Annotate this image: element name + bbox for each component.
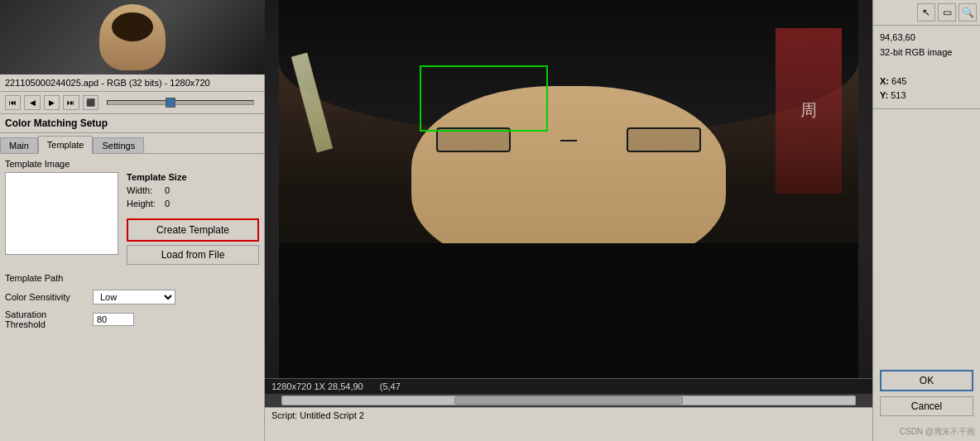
- load-from-file-button[interactable]: Load from File: [127, 245, 259, 265]
- tab-template[interactable]: Template: [38, 136, 94, 154]
- saturation-row: Saturation Threshold: [5, 309, 259, 329]
- x-coord: X: 645: [880, 74, 973, 89]
- section-title: Color Matching Setup: [0, 114, 264, 133]
- play-btn[interactable]: ▶: [44, 95, 60, 110]
- eyes-area: [420, 127, 718, 152]
- bottom-bar: [265, 423, 872, 441]
- template-image-label: Template Image: [5, 159, 259, 169]
- file-info: 221105000244025.apd - RGB (32 bits) - 12…: [0, 74, 264, 92]
- create-template-button[interactable]: Create Template: [127, 218, 259, 242]
- background-banner: 周: [776, 28, 842, 194]
- clothing: [279, 243, 858, 379]
- glasses-left: [436, 127, 511, 152]
- video-area: 周: [265, 0, 872, 378]
- rect-tool-btn[interactable]: ▭: [938, 3, 956, 22]
- tab-main[interactable]: Main: [0, 137, 38, 153]
- right-panel: ↖ ▭ 🔍 94,63,60 32-bit RGB image X: 645 Y…: [872, 0, 980, 441]
- template-path-label: Template Path: [5, 273, 259, 283]
- main-area: 周 1280x720 1X 28,54,90 (5,47 Script: Unt…: [265, 0, 872, 441]
- tab-settings[interactable]: Settings: [93, 137, 144, 153]
- pixel-value: 94,63,60: [880, 31, 973, 46]
- video-status-bar: 1280x720 1X 28,54,90 (5,47: [265, 378, 872, 394]
- video-thumbnail: [0, 0, 265, 74]
- color-sensitivity-row: Color Sensitivity Low Medium High: [5, 290, 259, 304]
- width-label: Width:: [127, 185, 160, 195]
- right-toolbar: ↖ ▭ 🔍: [873, 0, 980, 26]
- cancel-button[interactable]: Cancel: [880, 396, 973, 416]
- face-skin: [411, 86, 726, 268]
- template-path-section: Template Path: [5, 273, 259, 283]
- tabs-row: Main Template Settings: [0, 133, 264, 154]
- left-panel: 221105000244025.apd - RGB (32 bits) - 12…: [0, 0, 265, 441]
- playback-slider[interactable]: [107, 100, 254, 105]
- cursor-tool-btn[interactable]: ↖: [917, 3, 935, 22]
- face-thumb: [99, 4, 166, 70]
- video-coords: (5,47: [380, 381, 401, 391]
- y-coord: Y: 513: [880, 89, 973, 103]
- scrollbar-thumb[interactable]: [454, 396, 684, 405]
- x-value: 645: [891, 76, 906, 86]
- image-preview: [5, 172, 118, 255]
- width-value: 0: [165, 185, 170, 195]
- color-sensitivity-select[interactable]: Low Medium High: [93, 290, 175, 304]
- script-bar: Script: Untitled Script 2: [265, 407, 872, 423]
- height-row: Height: 0: [127, 199, 259, 209]
- ok-button[interactable]: OK: [880, 370, 973, 391]
- height-label: Height:: [127, 199, 160, 209]
- color-sensitivity-label: Color Sensitivity: [5, 292, 88, 302]
- horizontal-scrollbar[interactable]: [281, 395, 856, 405]
- saturation-label: Saturation Threshold: [5, 309, 88, 329]
- right-info: 94,63,60 32-bit RGB image X: 645 Y: 513: [873, 26, 980, 109]
- zoom-tool-btn[interactable]: 🔍: [958, 3, 977, 22]
- skip-last-btn[interactable]: ⏭: [63, 95, 79, 110]
- y-value: 513: [891, 90, 906, 100]
- watermark: CSDN @周末不干雨: [873, 423, 980, 441]
- glasses-bridge: [560, 140, 577, 141]
- slider-thumb[interactable]: [166, 98, 175, 108]
- template-size-title: Template Size: [127, 172, 259, 182]
- skip-first-btn[interactable]: ⏮: [5, 95, 21, 110]
- stop-btn[interactable]: ⬛: [83, 95, 98, 110]
- video-frame: 周: [279, 0, 858, 378]
- saturation-input[interactable]: [93, 313, 134, 326]
- video-resolution: 1280x720 1X 28,54,90: [271, 381, 363, 391]
- template-size-section: Template Size Width: 0 Height: 0 Create …: [127, 172, 259, 265]
- prev-btn[interactable]: ◀: [24, 95, 40, 110]
- transport-bar: ⏮ ◀ ▶ ⏭ ⬛: [0, 92, 264, 114]
- thumbnail-image: [0, 0, 265, 74]
- height-value: 0: [165, 199, 170, 209]
- glasses-right: [627, 127, 701, 152]
- right-buttons: OK Cancel: [873, 363, 980, 423]
- video-content: 周: [265, 0, 872, 378]
- buttons-section: Create Template Load from File: [127, 218, 259, 265]
- template-image-box: Template Size Width: 0 Height: 0 Create …: [5, 172, 259, 265]
- width-row: Width: 0: [127, 185, 259, 195]
- panel-content: Template Image Template Size Width: 0 He…: [0, 154, 264, 441]
- image-type: 32-bit RGB image: [880, 46, 973, 60]
